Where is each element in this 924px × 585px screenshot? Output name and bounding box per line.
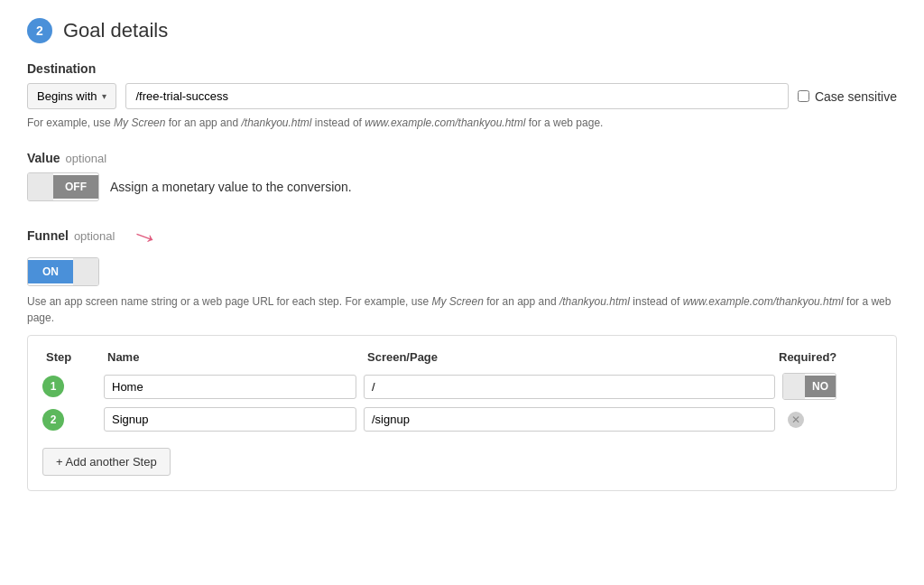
screen-cell-1 [364, 375, 775, 399]
screen-input-2[interactable] [364, 407, 775, 432]
add-step-button[interactable]: + Add another Step [42, 448, 171, 476]
funnel-hint: Use an app screen name string or a web p… [27, 293, 897, 326]
col-name-header: Name [107, 350, 360, 364]
no-btn-label-1: NO [805, 376, 836, 397]
case-sensitive-label: Case sensitive [815, 89, 897, 104]
dropdown-arrow-icon: ▾ [102, 91, 106, 101]
name-input-2[interactable] [104, 407, 356, 432]
toggle-off-label: OFF [53, 175, 98, 199]
value-row: OFF Assign a monetary value to the conve… [27, 172, 897, 201]
step-cell-2: 2 [42, 409, 97, 431]
name-cell-1 [104, 375, 356, 399]
page-title: Goal details [63, 19, 168, 42]
no-btn-left-1 [783, 374, 805, 399]
begins-with-button[interactable]: Begins with ▾ [27, 83, 116, 109]
value-description: Assign a monetary value to the conversio… [110, 180, 352, 194]
required-cell-2: ✕ [782, 412, 882, 428]
funnel-label-row: Funnel optional ← [27, 221, 897, 250]
col-step-header: Step [46, 350, 100, 364]
funnel-group: Funnel optional ← ON Use an app screen n… [27, 221, 897, 491]
step-badge-1: 1 [42, 376, 64, 397]
required-cell-1: NO [782, 373, 882, 400]
funnel-table-header: Step Name Screen/Page Required? [42, 350, 882, 364]
funnel-table-container: Step Name Screen/Page Required? 1 NO [27, 335, 897, 491]
destination-hint: For example, use My Screen for an app an… [27, 115, 897, 131]
value-label: Value optional [27, 151, 897, 165]
funnel-toggle[interactable]: ON [27, 257, 99, 286]
case-sensitive-row: Case sensitive [798, 89, 897, 104]
screen-input-1[interactable] [364, 375, 775, 399]
delete-row-2-button[interactable]: ✕ [788, 412, 804, 428]
name-input-1[interactable] [104, 375, 356, 399]
case-sensitive-checkbox[interactable] [798, 90, 809, 102]
destination-row: Begins with ▾ Case sensitive [27, 83, 897, 109]
col-required-header: Required? [779, 350, 878, 364]
funnel-label: Funnel optional [27, 228, 115, 243]
destination-label: Destination [27, 61, 897, 76]
value-group: Value optional OFF Assign a monetary val… [27, 151, 897, 201]
step-badge-2: 2 [42, 409, 64, 431]
name-cell-2 [104, 407, 356, 432]
screen-cell-2 [364, 407, 775, 432]
step-number-badge: 2 [27, 18, 52, 43]
funnel-toggle-row: ON [27, 257, 897, 286]
toggle-off-left [28, 173, 53, 200]
toggle-on-label: ON [28, 260, 73, 283]
arrow-indicator-icon: ← [127, 217, 164, 254]
destination-group: Destination Begins with ▾ Case sensitive… [27, 61, 897, 131]
toggle-right-part [73, 258, 98, 285]
value-toggle[interactable]: OFF [27, 172, 99, 201]
destination-input[interactable] [125, 83, 788, 109]
section-header: 2 Goal details [27, 18, 897, 43]
col-screen-header: Screen/Page [367, 350, 772, 364]
table-row: 2 ✕ [42, 407, 882, 432]
step-cell-1: 1 [42, 376, 97, 397]
required-toggle-1[interactable]: NO [782, 373, 836, 400]
table-row: 1 NO [42, 373, 882, 400]
